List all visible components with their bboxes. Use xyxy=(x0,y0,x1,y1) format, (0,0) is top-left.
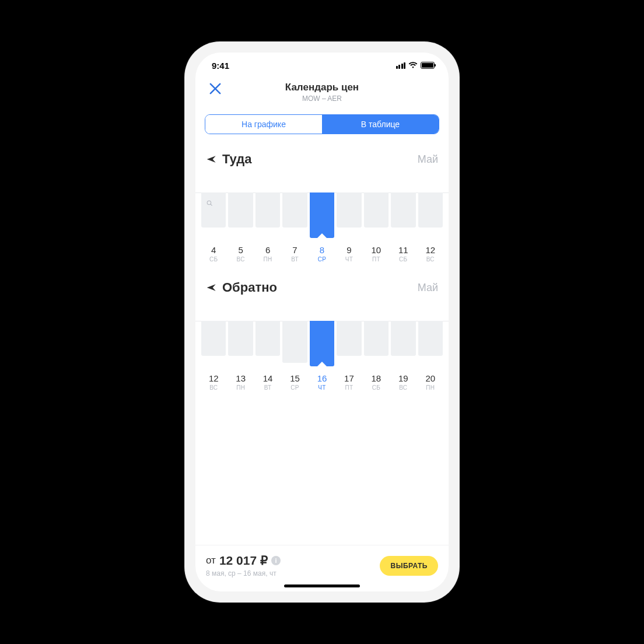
day-label[interactable]: 8СР xyxy=(310,245,334,262)
select-button[interactable]: ВЫБРАТЬ xyxy=(380,556,438,576)
search-icon[interactable] xyxy=(201,195,218,211)
day-label[interactable]: 9ЧТ xyxy=(337,245,361,262)
price-bar[interactable] xyxy=(228,192,253,240)
day-label[interactable]: 15СР xyxy=(282,373,307,391)
day-label[interactable]: 10ПТ xyxy=(364,245,388,262)
day-label[interactable]: 19ВС xyxy=(391,373,415,391)
price-bar[interactable] xyxy=(418,321,443,369)
price-bar[interactable] xyxy=(310,321,334,369)
header: Календарь цен MOW – AER xyxy=(195,78,449,108)
outbound-chart xyxy=(195,192,449,240)
currency-symbol: ₽ xyxy=(260,554,268,568)
svg-point-0 xyxy=(207,201,211,205)
outbound-month: Май xyxy=(418,153,438,166)
info-icon[interactable]: i xyxy=(271,556,281,565)
page-title: Календарь цен xyxy=(205,82,439,93)
close-icon[interactable] xyxy=(207,80,223,97)
outbound-section: Туда Май 4СБ5ВС6ПН7ВТ8СР9ЧТ10ПТ11СБ12ВС xyxy=(195,152,449,262)
day-label[interactable]: 12ВС xyxy=(418,245,443,262)
price-value: 12 017 xyxy=(219,554,257,568)
status-indicators xyxy=(396,62,435,69)
price-bar[interactable] xyxy=(364,192,388,240)
status-time: 9:41 xyxy=(212,61,229,71)
price-bar[interactable] xyxy=(337,192,361,240)
battery-icon xyxy=(421,62,435,69)
inbound-days: 12ВС13ПН14ВТ15СР16ЧТ17ПТ18СБ19ВС20ПН xyxy=(195,369,449,391)
day-label[interactable]: 4СБ xyxy=(201,245,226,262)
day-label[interactable]: 13ПН xyxy=(228,373,253,391)
cellular-icon xyxy=(396,62,406,69)
status-bar: 9:41 xyxy=(195,52,449,78)
day-label[interactable]: 18СБ xyxy=(364,373,388,391)
wifi-icon xyxy=(408,62,418,69)
day-label[interactable]: 16ЧТ xyxy=(310,373,334,391)
plane-icon xyxy=(206,282,218,293)
outbound-header: Туда Май xyxy=(195,152,449,167)
phone-frame: 9:41 Календарь цен MOW – AER На графике … xyxy=(185,42,459,602)
inbound-section: Обратно Май 12ВС13ПН14ВТ15СР16ЧТ17ПТ18СБ… xyxy=(195,280,449,391)
day-label[interactable]: 11СБ xyxy=(391,245,415,262)
price-bar[interactable] xyxy=(256,321,280,369)
outbound-days: 4СБ5ВС6ПН7ВТ8СР9ЧТ10ПТ11СБ12ВС xyxy=(195,240,449,262)
tab-chart[interactable]: На графике xyxy=(205,115,322,134)
route-subtitle: MOW – AER xyxy=(205,94,439,103)
inbound-chart xyxy=(195,321,449,369)
price-bar[interactable] xyxy=(364,321,388,369)
price-bar[interactable] xyxy=(282,321,307,369)
price-bar[interactable] xyxy=(282,192,307,240)
price-bar[interactable] xyxy=(201,321,226,369)
price-bar[interactable] xyxy=(310,192,334,240)
tab-table[interactable]: В таблице xyxy=(322,115,439,134)
price-block: от 12 017 ₽ i 8 мая, ср – 16 мая, чт xyxy=(206,554,281,578)
price-bar[interactable] xyxy=(337,321,361,369)
day-label[interactable]: 6ПН xyxy=(256,245,280,262)
view-toggle: На графике В таблице xyxy=(205,114,439,134)
day-label[interactable]: 7ВТ xyxy=(282,245,307,262)
day-label[interactable]: 14ВТ xyxy=(256,373,280,391)
inbound-month: Май xyxy=(418,282,438,294)
price-bar[interactable] xyxy=(391,192,415,240)
price-from-label: от xyxy=(206,555,216,566)
outbound-title: Туда xyxy=(222,152,252,167)
price-bar[interactable] xyxy=(418,192,443,240)
screen: 9:41 Календарь цен MOW – AER На графике … xyxy=(195,52,449,592)
plane-icon xyxy=(206,153,218,165)
day-label[interactable]: 17ПТ xyxy=(337,373,361,391)
inbound-title: Обратно xyxy=(222,280,277,295)
price-bar[interactable] xyxy=(228,321,253,369)
price-bar[interactable] xyxy=(391,321,415,369)
day-label[interactable]: 20ПН xyxy=(418,373,443,391)
home-indicator[interactable] xyxy=(284,584,360,587)
date-range: 8 мая, ср – 16 мая, чт xyxy=(206,569,281,578)
inbound-header: Обратно Май xyxy=(195,280,449,295)
price-bar[interactable] xyxy=(256,192,280,240)
day-label[interactable]: 5ВС xyxy=(228,245,253,262)
day-label[interactable]: 12ВС xyxy=(201,373,226,391)
